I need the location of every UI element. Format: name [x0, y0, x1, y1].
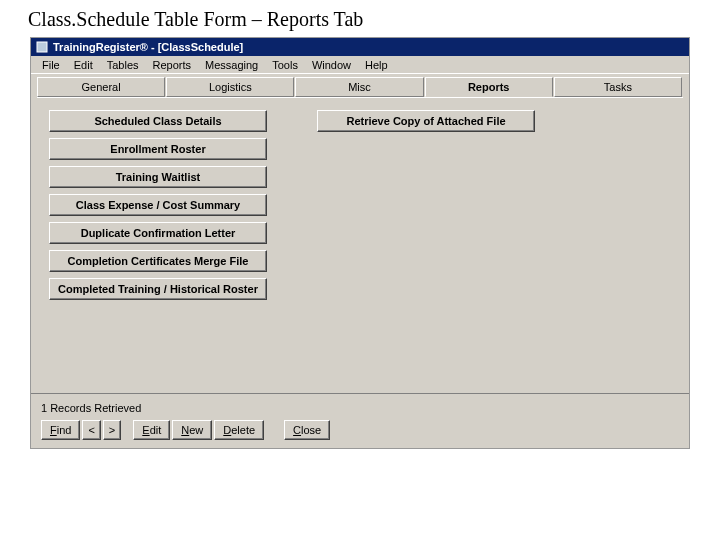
tab-tasks[interactable]: Tasks [554, 77, 682, 97]
completion-certificates-merge-file-button[interactable]: Completion Certificates Merge File [49, 250, 267, 272]
tabs-row: General Logistics Misc Reports Tasks [31, 74, 689, 97]
close-button[interactable]: Close [284, 420, 330, 440]
report-buttons-right: Retrieve Copy of Attached File [317, 110, 535, 132]
app-icon [35, 40, 49, 54]
menu-bar: File Edit Tables Reports Messaging Tools… [31, 56, 689, 74]
menu-tables[interactable]: Tables [100, 58, 146, 72]
report-buttons-row: Scheduled Class Details Enrollment Roste… [49, 110, 671, 300]
tab-reports[interactable]: Reports [425, 77, 553, 97]
retrieve-copy-attached-file-button[interactable]: Retrieve Copy of Attached File [317, 110, 535, 132]
window-title: TrainingRegister® - [ClassSchedule] [53, 41, 243, 53]
scheduled-class-details-button[interactable]: Scheduled Class Details [49, 110, 267, 132]
content-area: Scheduled Class Details Enrollment Roste… [37, 97, 683, 393]
report-buttons-left: Scheduled Class Details Enrollment Roste… [49, 110, 267, 300]
svg-rect-0 [37, 42, 47, 52]
tab-logistics[interactable]: Logistics [166, 77, 294, 97]
duplicate-confirmation-letter-button[interactable]: Duplicate Confirmation Letter [49, 222, 267, 244]
menu-tools[interactable]: Tools [265, 58, 305, 72]
app-window: TrainingRegister® - [ClassSchedule] File… [30, 37, 690, 449]
title-bar: TrainingRegister® - [ClassSchedule] [31, 38, 689, 56]
next-button[interactable]: > [103, 420, 121, 440]
page-title: Class.Schedule Table Form – Reports Tab [0, 0, 720, 37]
menu-edit[interactable]: Edit [67, 58, 100, 72]
training-waitlist-button[interactable]: Training Waitlist [49, 166, 267, 188]
find-button[interactable]: Find [41, 420, 80, 440]
menu-help[interactable]: Help [358, 58, 395, 72]
tab-general[interactable]: General [37, 77, 165, 97]
new-button[interactable]: New [172, 420, 212, 440]
tab-misc[interactable]: Misc [295, 77, 423, 97]
menu-window[interactable]: Window [305, 58, 358, 72]
delete-button[interactable]: Delete [214, 420, 264, 440]
class-expense-cost-summary-button[interactable]: Class Expense / Cost Summary [49, 194, 267, 216]
menu-messaging[interactable]: Messaging [198, 58, 265, 72]
menu-file[interactable]: File [35, 58, 67, 72]
footer-area: 1 Records Retrieved Find < > Edit New De… [31, 393, 689, 448]
enrollment-roster-button[interactable]: Enrollment Roster [49, 138, 267, 160]
edit-button[interactable]: Edit [133, 420, 170, 440]
menu-reports[interactable]: Reports [146, 58, 199, 72]
footer-buttons: Find < > Edit New Delete Close [41, 420, 679, 440]
prev-button[interactable]: < [82, 420, 100, 440]
status-text: 1 Records Retrieved [41, 400, 679, 420]
completed-training-historical-roster-button[interactable]: Completed Training / Historical Roster [49, 278, 267, 300]
